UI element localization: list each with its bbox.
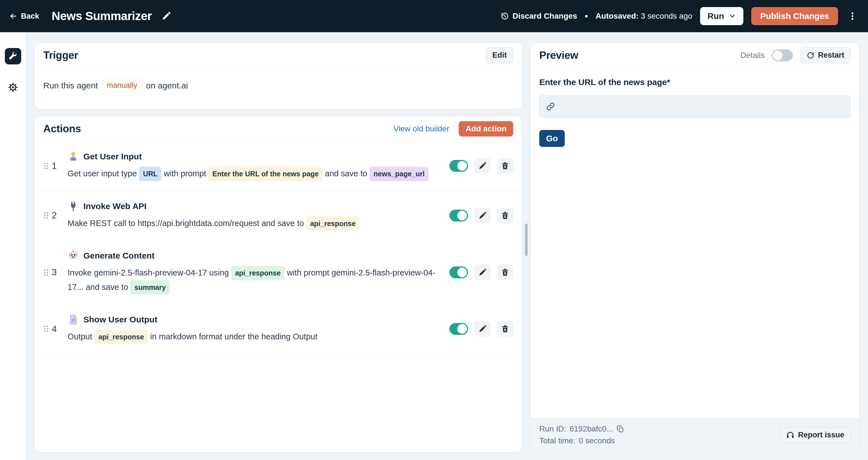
action-title: Generate Content [83, 251, 155, 261]
trigger-header: Trigger Edit [35, 43, 522, 68]
edit-pencil-icon [161, 11, 171, 21]
wrench-icon [8, 51, 19, 62]
report-issue-label: Report issue [798, 431, 844, 439]
back-label: Back [21, 12, 39, 21]
trash-icon [501, 162, 509, 170]
action-number: 3 [52, 267, 57, 277]
sidebar-item-settings[interactable] [5, 79, 21, 96]
main-content: Trigger Edit Run this agent manually on … [26, 32, 868, 460]
headphones-icon [786, 431, 795, 439]
go-button[interactable]: Go [539, 130, 565, 147]
sidebar-item-build[interactable] [5, 48, 21, 64]
preview-column: Preview Details Restart [530, 43, 860, 452]
preview-footer: Run ID: 6192bafc0... Total time: [531, 418, 859, 452]
action-enabled-toggle[interactable] [450, 210, 468, 222]
more-options-button[interactable] [846, 10, 859, 23]
action-enabled-toggle[interactable] [450, 266, 468, 278]
trigger-mode-chip[interactable]: manually [102, 78, 142, 92]
edit-action-button[interactable] [474, 158, 491, 174]
action-description: Get user input type URL with prompt Ente… [67, 167, 441, 181]
variable-chip: summary [130, 280, 169, 295]
trash-icon [501, 268, 509, 276]
action-title: Get User Input [83, 152, 142, 161]
variable-chip: api_response [94, 330, 148, 344]
action-number: 4 [52, 324, 57, 334]
publish-changes-button[interactable]: Publish Changes [751, 7, 838, 25]
trigger-card: Trigger Edit Run this agent manually on … [34, 43, 522, 109]
action-description: Invoke gemini-2.5-flash-preview-04-17 us… [67, 266, 441, 294]
restart-button[interactable]: Restart [800, 47, 851, 63]
restart-icon [807, 52, 814, 59]
builder-column: Trigger Edit Run this agent manually on … [34, 43, 522, 452]
chevron-down-icon [728, 12, 736, 20]
action-description: Make REST call to https://api.brightdata… [67, 217, 441, 231]
agent-title: News Summarizer [52, 9, 152, 23]
robot-emoji-icon [67, 250, 79, 261]
url-input-container [539, 95, 851, 118]
app-root: Back News Summarizer Discard Changes Aut… [0, 0, 868, 460]
action-enabled-toggle[interactable] [450, 160, 468, 172]
edit-action-button[interactable] [474, 208, 491, 224]
link-icon [546, 102, 555, 111]
preview-header: Preview Details Restart [531, 43, 859, 68]
discard-changes-button[interactable]: Discard Changes [501, 11, 577, 21]
topbar: Back News Summarizer Discard Changes Aut… [0, 0, 868, 32]
action-title: Show User Output [83, 315, 157, 324]
edit-pencil-icon [478, 268, 487, 276]
back-arrow-icon [9, 12, 18, 20]
panel-gap [522, 43, 530, 452]
variable-chip: news_page_url [370, 167, 429, 181]
edit-action-button[interactable] [474, 321, 491, 337]
copy-icon [616, 425, 624, 433]
sidebar [0, 32, 26, 460]
actions-card: Actions View old builder Add action [34, 116, 522, 452]
action-number: 2 [52, 210, 57, 221]
preview-heading: Preview [539, 50, 578, 61]
more-options-icon [848, 11, 857, 21]
history-icon [501, 12, 509, 20]
drag-handle-icon[interactable] [43, 325, 49, 333]
trigger-text-before: Run this agent [43, 81, 98, 91]
action-row-3: 3 Generate Content Invok [35, 240, 522, 304]
autosave-status: Autosaved: 3 seconds ago [595, 11, 692, 21]
delete-action-button[interactable] [497, 208, 513, 224]
total-time: Total time: 0 seconds [539, 436, 624, 445]
actions-header: Actions View old builder Add action [35, 117, 522, 141]
discard-label: Discard Changes [513, 11, 577, 21]
view-old-builder-link[interactable]: View old builder [394, 124, 449, 133]
action-row-1: 1 Get User Input Get use [35, 141, 522, 191]
add-action-button[interactable]: Add action [459, 121, 513, 136]
scrollbar-thumb[interactable] [525, 224, 528, 256]
delete-action-button[interactable] [497, 321, 513, 337]
edit-pencil-icon [478, 325, 487, 333]
drag-handle-icon[interactable] [43, 268, 49, 276]
edit-action-button[interactable] [474, 264, 491, 280]
trigger-heading: Trigger [43, 50, 78, 61]
copy-run-id-button[interactable] [616, 425, 624, 433]
plug-emoji-icon [67, 201, 79, 212]
report-issue-button[interactable]: Report issue [779, 427, 851, 443]
trigger-description: Run this agent manually on agent.ai [35, 68, 522, 103]
restart-label: Restart [818, 51, 844, 60]
action-number: 1 [52, 161, 57, 171]
edit-pencil-icon [478, 162, 487, 170]
drag-handle-icon[interactable] [43, 211, 49, 220]
trigger-text-after: on agent.ai [146, 81, 188, 91]
details-toggle[interactable] [772, 50, 793, 61]
document-emoji-icon [67, 314, 79, 325]
rename-agent-button[interactable] [161, 11, 171, 21]
details-label: Details [740, 51, 765, 60]
run-button[interactable]: Run [700, 7, 743, 25]
delete-action-button[interactable] [497, 158, 513, 174]
action-enabled-toggle[interactable] [450, 323, 468, 335]
edit-trigger-button[interactable]: Edit [486, 47, 513, 63]
drag-handle-icon[interactable] [43, 162, 49, 170]
url-input[interactable] [560, 102, 844, 111]
trash-icon [501, 325, 509, 333]
back-button[interactable]: Back [9, 12, 39, 21]
action-description: Output api_response in markdown format u… [67, 330, 441, 344]
preview-card: Preview Details Restart [530, 43, 860, 452]
actions-list: 1 Get User Input Get use [35, 141, 522, 452]
edit-pencil-icon [478, 211, 487, 220]
delete-action-button[interactable] [497, 264, 513, 280]
